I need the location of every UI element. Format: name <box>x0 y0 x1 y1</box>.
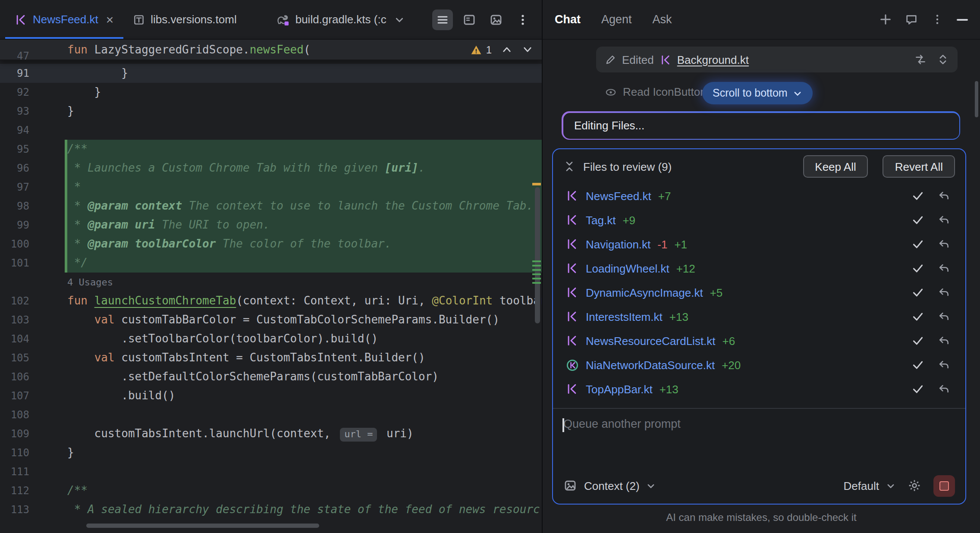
line-number[interactable]: 98 <box>0 197 29 216</box>
review-file-row[interactable]: NewsResourceCardList.kt+6 <box>562 329 957 353</box>
revert-file-button[interactable] <box>934 214 953 226</box>
line-number[interactable]: 109 <box>0 424 29 443</box>
close-tab-icon[interactable]: × <box>106 12 114 27</box>
line-number-gutter[interactable]: 100 <box>0 235 67 254</box>
line-number[interactable]: 110 <box>0 443 29 462</box>
vertical-scrollbar[interactable] <box>535 187 540 323</box>
sticky-code-line[interactable]: 47 fun LazyStaggeredGridScope.newsFeed( … <box>0 40 542 60</box>
read-file-row[interactable]: Read IconButton. <box>605 85 710 98</box>
line-number[interactable]: 99 <box>0 216 29 235</box>
scroll-to-bottom-button[interactable]: Scroll to bottom <box>702 82 813 104</box>
line-number[interactable]: 95 <box>0 140 29 159</box>
previous-occurrence-icon[interactable] <box>501 44 512 55</box>
code-line[interactable]: 101 */ <box>0 254 542 273</box>
next-occurrence-icon[interactable] <box>522 44 533 55</box>
code-line[interactable]: 98 * @param context The context to use t… <box>0 197 542 216</box>
line-number[interactable]: 103 <box>0 310 29 329</box>
line-number[interactable]: 101 <box>0 254 29 273</box>
review-file-name[interactable]: Navigation.kt <box>586 238 650 251</box>
revert-file-button[interactable] <box>934 310 953 323</box>
review-file-row[interactable]: InterestsItem.kt+13 <box>562 304 957 329</box>
accept-file-button[interactable] <box>908 310 927 323</box>
line-number-gutter[interactable]: 93 <box>0 102 67 121</box>
line-number-gutter[interactable]: 101 <box>0 254 67 273</box>
revert-file-button[interactable] <box>934 286 953 298</box>
line-number[interactable]: 113 <box>0 500 29 519</box>
revert-file-button[interactable] <box>934 335 953 347</box>
settings-gear-icon[interactable] <box>908 479 921 492</box>
open-diff-icon[interactable] <box>914 53 927 66</box>
accept-file-button[interactable] <box>908 359 927 371</box>
code-line[interactable]: 102fun launchCustomChromeTab(context: Co… <box>0 292 542 310</box>
accept-file-button[interactable] <box>908 286 927 298</box>
review-file-row[interactable]: NewsFeed.kt+7 <box>562 184 957 208</box>
line-number-gutter[interactable]: 108 <box>0 405 67 424</box>
review-file-name[interactable]: NewsFeed.kt <box>586 189 651 202</box>
stop-generation-button[interactable] <box>933 475 955 496</box>
accept-file-button[interactable] <box>908 214 927 226</box>
line-number-gutter[interactable]: 104 <box>0 329 67 348</box>
review-file-name[interactable]: Tag.kt <box>586 213 616 226</box>
line-number-gutter[interactable]: 112 <box>0 481 67 500</box>
accept-file-button[interactable] <box>908 238 927 250</box>
review-file-row[interactable]: NiaNetworkDataSource.kt+20 <box>562 353 957 377</box>
line-number[interactable]: 100 <box>0 235 29 254</box>
code-line[interactable]: 100 * @param toolbarColor The color of t… <box>0 235 542 254</box>
line-number[interactable]: 104 <box>0 329 29 348</box>
chevron-down-icon[interactable] <box>394 14 405 25</box>
code-line[interactable]: 103 val customTabBarColor = CustomTabCol… <box>0 310 542 329</box>
tab-newsfeed-kt[interactable]: NewsFeed.kt × <box>5 0 123 39</box>
model-selector[interactable]: Default <box>844 479 879 492</box>
chat-scrollbar[interactable] <box>975 81 978 117</box>
code-line[interactable]: 105 val customTabsIntent = CustomTabsInt… <box>0 348 542 367</box>
code-line[interactable]: 95/** <box>0 140 542 159</box>
context-selector[interactable]: Context (2) <box>584 479 640 492</box>
changed-lines-stripe-marks[interactable] <box>532 260 541 286</box>
accept-file-button[interactable] <box>908 383 927 395</box>
review-file-row[interactable]: Navigation.kt-1+1 <box>562 232 957 256</box>
revert-file-button[interactable] <box>934 190 953 202</box>
line-number[interactable]: 92 <box>0 83 29 102</box>
new-chat-plus-icon[interactable] <box>879 13 892 26</box>
chevron-down-icon[interactable] <box>886 481 895 490</box>
edited-file-card[interactable]: Edited Background.kt <box>596 47 958 72</box>
review-file-name[interactable]: TopAppBar.kt <box>586 383 653 395</box>
tab-ask[interactable]: Ask <box>653 13 672 26</box>
line-number-gutter[interactable]: 99 <box>0 216 67 235</box>
tab-chat[interactable]: Chat <box>555 13 581 26</box>
line-number-gutter[interactable]: 98 <box>0 197 67 216</box>
code-line[interactable]: 91 } <box>0 64 542 83</box>
review-file-row[interactable]: TopAppBar.kt+13 <box>562 377 957 401</box>
tab-build-gradle-kts[interactable]: build.gradle.kts (:c <box>267 0 414 39</box>
review-file-row[interactable]: LoadingWheel.kt+12 <box>562 256 957 280</box>
line-number-gutter[interactable]: 107 <box>0 386 67 405</box>
chevron-down-icon[interactable] <box>647 481 656 490</box>
expand-collapse-icon[interactable] <box>937 53 949 66</box>
line-number[interactable]: 47 <box>0 50 29 62</box>
usages-inlay-hint[interactable]: 4 Usages <box>67 277 113 288</box>
line-number-gutter[interactable]: 94 <box>0 121 67 140</box>
code-line[interactable]: 111 <box>0 462 542 481</box>
hide-panel-icon[interactable] <box>957 19 968 20</box>
chat-history-icon[interactable] <box>905 13 918 26</box>
line-number-gutter[interactable]: 110 <box>0 443 67 462</box>
line-number-gutter[interactable]: 92 <box>0 83 67 102</box>
line-number-gutter[interactable]: 97 <box>0 178 67 197</box>
line-number[interactable]: 107 <box>0 386 29 405</box>
split-view-icon[interactable] <box>459 9 480 30</box>
code-line[interactable]: 108 <box>0 405 542 424</box>
line-number-gutter[interactable]: 106 <box>0 367 67 386</box>
more-options-kebab-icon[interactable] <box>931 13 944 26</box>
line-number[interactable]: 102 <box>0 292 29 310</box>
code-line[interactable]: 94 <box>0 121 542 140</box>
revert-file-button[interactable] <box>934 262 953 274</box>
code-line[interactable]: 104 .setToolbarColor(toolbarColor).build… <box>0 329 542 348</box>
line-number[interactable]: 93 <box>0 102 29 121</box>
line-number-gutter[interactable]: 111 <box>0 462 67 481</box>
file-structure-list-icon[interactable] <box>432 9 453 30</box>
line-number-gutter[interactable]: 103 <box>0 310 67 329</box>
line-number-gutter[interactable] <box>0 273 67 292</box>
line-number[interactable]: 111 <box>0 462 29 481</box>
line-number-gutter[interactable]: 109 <box>0 424 67 443</box>
line-number[interactable]: 94 <box>0 121 29 140</box>
